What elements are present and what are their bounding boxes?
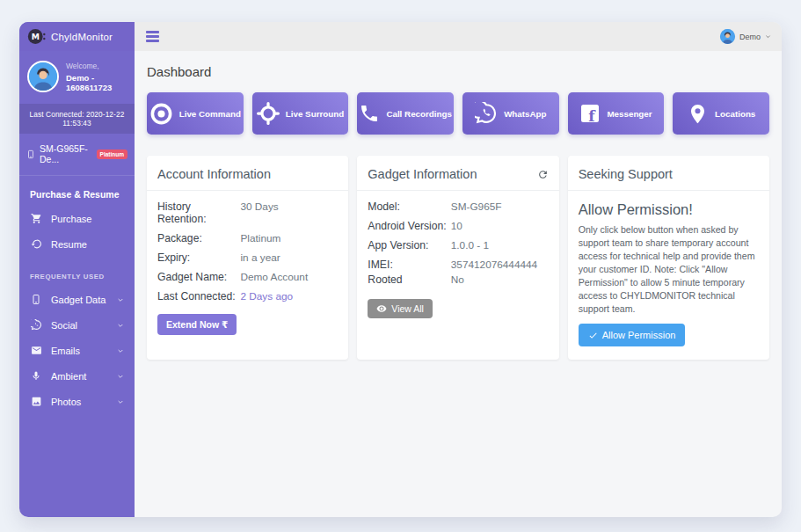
user-id: Demo - 1608611723 xyxy=(66,73,127,92)
feature-buttons-row: Live Command Live Surround Call Recordin… xyxy=(147,92,769,135)
smartphone-icon xyxy=(26,149,35,160)
sidebar-item-emails[interactable]: Emails xyxy=(19,338,135,363)
topbar-user-label: Demo xyxy=(739,33,761,41)
sidebar: M ChyldMonitor Welcome, Demo - 160861172… xyxy=(19,22,135,517)
sidebar-item-social[interactable]: Social xyxy=(19,312,135,338)
history-icon xyxy=(30,238,42,250)
chevron-down-icon xyxy=(117,322,124,329)
device-name: SM-G965F-De... xyxy=(40,143,91,164)
cart-icon xyxy=(30,213,42,224)
messenger-button[interactable]: f Messenger xyxy=(568,92,665,135)
location-pin-icon xyxy=(687,103,709,125)
sidebar-item-label: Photos xyxy=(51,397,81,407)
sidebar-item-label: Resume xyxy=(51,239,87,250)
svg-text:M: M xyxy=(32,32,40,41)
whatsapp-button[interactable]: WhatsApp xyxy=(462,92,559,135)
info-row: Package: Platinum xyxy=(157,232,338,244)
cards-row: Account Information History Retention: 3… xyxy=(147,156,769,360)
facebook-icon: f xyxy=(579,103,601,124)
sidebar-item-resume[interactable]: Resume xyxy=(19,231,135,257)
topbar: Demo xyxy=(135,22,782,51)
sidebar-user-block: Welcome, Demo - 1608611723 xyxy=(19,51,135,104)
app-window: M ChyldMonitor Welcome, Demo - 160861172… xyxy=(19,22,782,517)
gadget-information-card: Gadget Information Model: SM-G965F Andro… xyxy=(357,156,558,360)
info-row: Last Connected: 2 Days ago xyxy=(157,290,338,302)
section-frequently-used: FREQUENTLY USED xyxy=(19,257,135,287)
sidebar-item-photos[interactable]: Photos xyxy=(19,389,135,414)
card-title: Account Information xyxy=(157,167,271,181)
last-connected-banner: Last Connected: 2020-12-22 11:53:43 xyxy=(19,104,135,134)
user-avatar xyxy=(27,61,59,92)
chevron-down-icon xyxy=(117,398,124,405)
info-row: IMEI: 357412076444444 xyxy=(368,259,548,271)
image-icon xyxy=(30,396,42,407)
view-all-button[interactable]: View All xyxy=(368,299,433,318)
topbar-avatar xyxy=(720,29,735,44)
section-purchase-resume: Purchase & Resume xyxy=(19,176,135,206)
sidebar-item-label: Social xyxy=(51,320,77,331)
brand: M ChyldMonitor xyxy=(19,22,135,51)
account-information-card: Account Information History Retention: 3… xyxy=(147,156,348,360)
brand-name: ChyldMonitor xyxy=(51,32,113,42)
chevron-down-icon xyxy=(117,296,124,303)
info-row: Rooted No xyxy=(368,273,548,286)
support-heading: Allow Permission! xyxy=(579,201,759,218)
support-body-text: Only click below button when asked by su… xyxy=(579,223,759,316)
extend-now-button[interactable]: Extend Now ₹ xyxy=(157,314,237,335)
last-connected-link[interactable]: 2 Days ago xyxy=(240,290,293,302)
allow-permission-button[interactable]: Allow Permission xyxy=(579,324,686,346)
phone-call-icon xyxy=(359,103,380,124)
info-row: Model: SM-G965F xyxy=(368,200,548,213)
info-row: Gadget Name: Demo Account xyxy=(157,271,338,283)
live-command-button[interactable]: Live Command xyxy=(147,92,244,135)
chevron-down-icon xyxy=(117,373,124,380)
whatsapp-icon xyxy=(475,102,498,125)
card-title: Seeking Support xyxy=(579,167,673,181)
sidebar-item-label: Purchase xyxy=(51,214,91,224)
card-title: Gadget Information xyxy=(368,167,477,181)
main-area: Demo Dashboard Live Command Live Su xyxy=(135,22,782,517)
brand-logo-icon: M xyxy=(27,27,46,46)
page-title: Dashboard xyxy=(147,64,769,79)
sidebar-item-label: Gadget Data xyxy=(51,295,106,305)
chevron-down-icon xyxy=(117,347,124,354)
seeking-support-card: Seeking Support Allow Permission! Only c… xyxy=(568,156,769,360)
live-surround-button[interactable]: Live Surround xyxy=(252,92,349,135)
user-menu[interactable]: Demo xyxy=(720,29,771,44)
welcome-label: Welcome, xyxy=(66,62,127,70)
refresh-icon[interactable] xyxy=(537,169,549,180)
hamburger-menu-icon[interactable] xyxy=(145,28,160,45)
call-recordings-button[interactable]: Call Recordings xyxy=(357,92,454,135)
plan-badge: Platinum xyxy=(97,149,127,159)
sidebar-item-gadget-data[interactable]: Gadget Data xyxy=(19,287,135,312)
locations-button[interactable]: Locations xyxy=(673,92,769,135)
microphone-icon xyxy=(30,370,42,382)
eye-icon xyxy=(376,303,387,314)
device-selector[interactable]: SM-G965F-De... Platinum xyxy=(19,134,135,176)
check-icon xyxy=(588,331,598,340)
envelope-icon xyxy=(30,345,42,356)
info-row: Android Version: 10 xyxy=(368,220,548,232)
chevron-down-icon xyxy=(765,33,771,40)
sidebar-item-ambient[interactable]: Ambient xyxy=(19,363,135,389)
info-row: App Version: 1.0.0 - 1 xyxy=(368,239,548,251)
whatsapp-icon xyxy=(30,319,42,331)
sidebar-item-purchase[interactable]: Purchase xyxy=(19,206,135,231)
smartphone-icon xyxy=(30,294,42,305)
content: Dashboard Live Command Live Surround xyxy=(135,51,782,517)
crosshair-icon xyxy=(257,102,280,125)
info-row: Expiry: in a year xyxy=(157,251,338,264)
target-icon xyxy=(149,102,173,126)
sidebar-item-label: Emails xyxy=(51,346,80,356)
info-row: History Retention: 30 Days xyxy=(157,200,338,225)
sidebar-item-label: Ambient xyxy=(51,371,86,382)
